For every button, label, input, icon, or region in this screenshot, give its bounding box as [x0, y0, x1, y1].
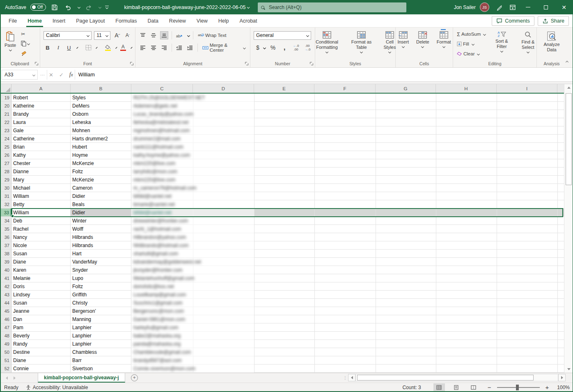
cell-B47[interactable]: Lanphier — [71, 323, 131, 332]
column-header-H[interactable]: H — [436, 84, 497, 93]
row-header-34[interactable]: 34 — [0, 217, 11, 225]
cell-A46[interactable]: Dan — [11, 315, 71, 323]
cell-A24[interactable]: Catherine — [11, 135, 71, 143]
conditional-formatting-button[interactable]: Conditional Formatting — [310, 30, 344, 60]
cell-A37[interactable]: Nicole — [11, 241, 71, 250]
fill-button[interactable]: Fill — [456, 39, 487, 48]
avatar[interactable]: JS — [480, 2, 489, 12]
bottom-align-button[interactable] — [160, 31, 168, 39]
cell-B40[interactable]: Snyder — [71, 266, 131, 274]
cell-C22[interactable]: lleheska@midstatesd.net — [133, 118, 188, 126]
number-format-select[interactable]: General — [254, 31, 311, 40]
borders-dropdown-icon[interactable] — [96, 47, 98, 48]
ribbon-tab-data[interactable]: Data — [142, 14, 163, 27]
align-left-button[interactable] — [139, 44, 147, 52]
wrap-text-button[interactable]: ab Wrap Text — [197, 31, 227, 40]
find-select-button[interactable]: Find & Select — [516, 30, 539, 60]
next-sheet-icon[interactable] — [14, 376, 16, 380]
font-name-select[interactable]: Calibri — [44, 31, 92, 40]
cell-B27[interactable]: McKenzie — [71, 159, 131, 167]
center-button[interactable] — [149, 44, 158, 52]
row-header-38[interactable]: 38 — [0, 250, 11, 258]
cell-C43[interactable]: Louellkamp@gmail.com — [133, 291, 186, 299]
inking-button[interactable] — [495, 3, 504, 12]
cell-A48[interactable]: Beverly — [11, 332, 71, 340]
undo-button[interactable] — [63, 3, 72, 12]
cell-B48[interactable]: Lanphier — [71, 332, 131, 340]
row-header-19[interactable]: 19 — [0, 94, 11, 102]
column-header-B[interactable]: B — [71, 84, 131, 93]
cell-C24[interactable]: drummer2@mail.com — [133, 135, 181, 143]
ribbon-tab-acrobat[interactable]: Acrobat — [234, 14, 262, 27]
scroll-right-button[interactable] — [558, 374, 566, 381]
cell-A20[interactable]: Katherine — [11, 102, 71, 110]
cell-C42[interactable]: dorisfoltz@kos.net — [133, 282, 174, 291]
row-header-31[interactable]: 31 — [0, 192, 11, 200]
row-header-44[interactable]: 44 — [0, 299, 11, 307]
cell-B19[interactable]: Styles — [71, 94, 131, 102]
autosave-toggle[interactable]: Off — [30, 4, 46, 11]
cell-C26[interactable]: kathy.hoyme@yahoo.com — [133, 151, 190, 159]
cell-A28[interactable]: Dianne — [11, 167, 71, 176]
row-header-25[interactable]: 25 — [0, 143, 11, 151]
shrink-font-button[interactable]: Aˇ — [124, 31, 132, 39]
cell-A47[interactable]: Pam — [11, 323, 71, 332]
cell-B43[interactable]: Griffith — [71, 291, 131, 299]
alignment-dialog-launcher-icon[interactable] — [245, 62, 249, 66]
cell-A39[interactable]: Diane — [11, 258, 71, 266]
select-all-corner[interactable] — [0, 84, 11, 93]
zoom-in-button[interactable]: + — [545, 384, 549, 391]
sort-filter-button[interactable]: AZ Sort & Filter — [490, 30, 513, 60]
analyze-data-button[interactable]: Analyze Data — [540, 30, 564, 60]
italic-button[interactable]: I — [54, 44, 62, 52]
undo-dropdown-icon[interactable] — [78, 6, 80, 9]
document-title[interactable]: kimball-popcorn-ball-giveaway-june-2022-… — [124, 0, 250, 14]
previous-sheet-icon[interactable] — [6, 376, 8, 380]
ribbon-tab-insert[interactable]: Insert — [47, 14, 71, 27]
ribbon-tab-formulas[interactable]: Formulas — [110, 14, 142, 27]
ribbon-tab-home[interactable]: Home — [22, 14, 47, 27]
cell-A25[interactable]: Brian — [11, 143, 71, 151]
cell-B22[interactable]: Leheska — [71, 118, 131, 126]
cell-C37[interactable]: Nhilbrands@hotmail.com — [133, 241, 188, 250]
autosum-button[interactable]: Σ AutoSum — [456, 30, 487, 39]
underline-dropdown-icon[interactable] — [76, 47, 78, 48]
cell-A44[interactable]: Susan — [11, 299, 71, 307]
row-header-47[interactable]: 47 — [0, 323, 11, 332]
cell-A19[interactable]: Robert — [11, 94, 71, 102]
delete-cells-button[interactable]: ✕ Delete — [414, 30, 431, 60]
row-header-24[interactable]: 24 — [0, 135, 11, 143]
bold-button[interactable]: B — [44, 44, 52, 52]
increase-indent-button[interactable] — [186, 44, 194, 52]
font-color-dropdown-icon[interactable] — [131, 47, 132, 48]
cell-C33[interactable]: bifdid@santel.net — [133, 209, 172, 217]
ribbon-tab-page-layout[interactable]: Page Layout — [71, 14, 110, 27]
collapse-ribbon-icon[interactable] — [566, 61, 568, 64]
cell-C38[interactable]: shartutli@gmail.com — [133, 250, 178, 258]
normal-view-button[interactable] — [433, 383, 445, 392]
cell-A45[interactable]: Jeanne — [11, 307, 71, 315]
row-header-39[interactable]: 39 — [0, 258, 11, 266]
user-name[interactable]: Jon Sailer — [454, 5, 476, 10]
cell-B49[interactable]: Lanphier — [71, 340, 131, 348]
row-header-35[interactable]: 35 — [0, 225, 11, 233]
cut-button[interactable]: ✂ — [20, 30, 31, 39]
cell-B50[interactable]: Chambless — [71, 348, 131, 356]
cell-A38[interactable]: Susan — [11, 250, 71, 258]
cell-C35[interactable]: rachl_1@hotmail.com — [133, 225, 181, 233]
ribbon-display-options-button[interactable] — [508, 3, 517, 12]
cell-B23[interactable]: Mohnen — [71, 126, 131, 135]
cell-B33[interactable]: Didier — [71, 209, 131, 217]
horizontal-scrollbar[interactable] — [348, 373, 566, 383]
cell-B39[interactable]: VanderMay — [71, 258, 131, 266]
scroll-down-button[interactable] — [564, 366, 573, 373]
row-header-40[interactable]: 40 — [0, 266, 11, 274]
row-header-21[interactable]: 21 — [0, 110, 11, 118]
cell-B37[interactable]: Hilbrands — [71, 241, 131, 250]
comma-style-button[interactable]: , — [280, 44, 289, 52]
cell-A22[interactable]: Laura — [11, 118, 71, 126]
ribbon-tab-file[interactable]: File — [3, 14, 22, 27]
share-button[interactable]: Share — [538, 16, 569, 26]
cell-B30[interactable]: Cameron — [71, 184, 131, 192]
number-dialog-launcher-icon[interactable] — [309, 62, 314, 66]
